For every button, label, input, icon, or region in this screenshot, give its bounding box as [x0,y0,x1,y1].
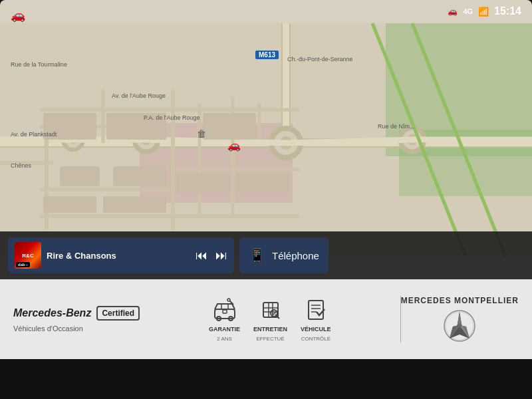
phone-icon: 📱 [249,247,265,263]
media-player-widget[interactable]: R&C dab+ Rire & Chansons ⏮ ⏭ [8,237,234,273]
status-icons: 🚗 [448,7,458,16]
street-name-aube-rouge: Av. de l'Aube Rouge [112,92,166,99]
badge-vehicule: VÉHICULE CONTRÔLÉ [301,297,331,342]
vehicle-icon: 🚗 [11,8,25,23]
svg-rect-59 [309,301,323,319]
vehicule-controle-icon [303,297,329,323]
svg-point-72 [458,324,462,328]
street-name-chenes: Chênes [11,162,31,169]
next-track-button[interactable]: ⏭ [215,249,227,263]
album-art: R&C dab+ [15,242,41,269]
footer-right: MERCEDES MONTPELLIER [401,296,519,342]
svg-rect-49 [223,310,227,313]
station-name: Rire & Chansons [47,251,185,261]
badge-entretien: ENTRETIEN EFFECTUÉ [253,297,287,342]
prev-track-button[interactable]: ⏮ [196,249,207,263]
dab-badge: dab+ [16,262,30,267]
badge-garantie-sub: 2 ANS [217,336,232,342]
car-sync-icon: 🚗 [448,7,458,16]
badge-garantie-title: GARANTIE [209,326,240,333]
car-position-marker: 🚗 [227,139,241,152]
media-info: Rire & Chansons [47,251,185,261]
clock-display: 15:14 [494,5,521,17]
mercedes-certified: Mercedes-Benz Certified [13,306,140,321]
street-name-pa-aube: P.A. de l'Aube Rouge [144,114,200,121]
svg-point-51 [227,299,230,301]
svg-rect-38 [113,166,166,186]
screen-container: 🚗 4G 📶 15:14 🚗 M613 Rue de la Tourmaline… [0,0,532,399]
svg-line-19 [286,140,412,143]
street-name-pont-seranne: Ch.-du-Pont-de-Seranne [287,56,353,63]
entretien-icon [257,297,284,323]
badge-garantie: GARANTIE 2 ANS [209,297,240,342]
telephone-label: Téléphone [272,250,319,261]
delete-route-icon: 🗑 [197,128,206,139]
street-name-plankstadt: Av. de Plankstadt [11,131,57,138]
certified-badge: Certified [96,306,140,321]
svg-rect-39 [176,173,229,193]
svg-rect-37 [60,166,100,186]
status-bar: 🚗 4G 📶 15:14 [448,5,521,17]
controls-bar: R&C dab+ Rire & Chansons ⏮ ⏭ [0,231,532,279]
badge-entretien-sub: EFFECTUÉ [256,336,284,342]
garantie-icon [211,297,238,323]
footer-left: Mercedes-Benz Certified Véhicules d'Occa… [13,306,140,332]
occasion-label: Véhicules d'Occasion [13,325,83,332]
svg-rect-42 [103,196,166,213]
wifi-icon: 📶 [478,7,489,17]
map-area: 🚗 4G 📶 15:14 🚗 M613 Rue de la Tourmaline… [0,0,532,279]
svg-line-18 [146,140,286,143]
dealer-name: MERCEDES MONTPELLIER [401,296,519,305]
svg-rect-43 [43,196,96,213]
media-controls[interactable]: ⏮ ⏭ [196,249,227,263]
footer: Mercedes-Benz Certified Véhicules d'Occa… [0,279,532,359]
badge-vehicule-sub: CONTRÔLÉ [301,336,331,342]
road-label-m613: M613 [255,51,279,59]
footer-center: GARANTIE 2 ANS [140,297,400,342]
brand-name: Mercedes-Benz [13,307,91,319]
svg-marker-66 [458,312,462,325]
infotainment-display: 🚗 4G 📶 15:14 🚗 M613 Rue de la Tourmaline… [0,0,532,279]
mercedes-star-logo [443,309,476,342]
signal-indicator: 4G [463,7,473,15]
badge-vehicule-title: VÉHICULE [301,326,331,333]
svg-rect-41 [236,173,289,193]
svg-rect-40 [203,113,256,140]
street-name-tourmaline: Rue de la Tourmaline [11,61,67,68]
badge-entretien-title: ENTRETIEN [253,326,287,333]
telephone-button[interactable]: 📱 Téléphone [239,237,329,273]
street-name-nimes: Rue de Nîm... [378,123,415,130]
